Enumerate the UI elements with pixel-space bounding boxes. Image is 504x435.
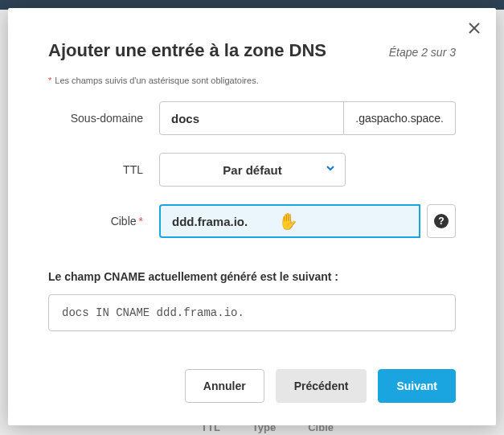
modal-footer: Annuler Précédent Suivant (48, 369, 456, 403)
dns-entry-modal: Ajouter une entrée à la zone DNS Étape 2… (8, 8, 496, 425)
target-row: Cible* ✋ ? (48, 204, 456, 238)
subdomain-label: Sous-domaine (48, 112, 159, 125)
subdomain-input[interactable] (159, 101, 344, 135)
cancel-button[interactable]: Annuler (185, 369, 264, 403)
target-label: Cible* (48, 215, 159, 228)
target-help-button[interactable]: ? (427, 204, 456, 238)
generated-cname-value: docs IN CNAME ddd.frama.io. (48, 294, 456, 331)
asterisk-icon: * (48, 76, 51, 85)
ttl-label: TTL (48, 163, 159, 176)
subdomain-row: Sous-domaine .gaspacho.space. (48, 101, 456, 135)
modal-header: Ajouter une entrée à la zone DNS Étape 2… (48, 40, 456, 61)
close-icon (468, 22, 481, 35)
ttl-row: TTL Par défaut (48, 153, 456, 187)
domain-suffix: .gaspacho.space. (344, 101, 456, 135)
modal-title: Ajouter une entrée à la zone DNS (48, 40, 326, 61)
step-indicator: Étape 2 sur 3 (389, 46, 456, 59)
previous-button[interactable]: Précédent (276, 369, 367, 403)
generated-cname-label: Le champ CNAME actuellement généré est l… (48, 270, 456, 283)
required-fields-note: *Les champs suivis d'un astérisque sont … (48, 76, 456, 85)
close-button[interactable] (465, 19, 483, 37)
hand-cursor-icon: ✋ (278, 211, 298, 231)
asterisk-icon: * (139, 215, 143, 228)
help-icon: ? (434, 214, 449, 228)
next-button[interactable]: Suivant (378, 369, 456, 403)
ttl-select[interactable]: Par défaut (159, 153, 346, 187)
